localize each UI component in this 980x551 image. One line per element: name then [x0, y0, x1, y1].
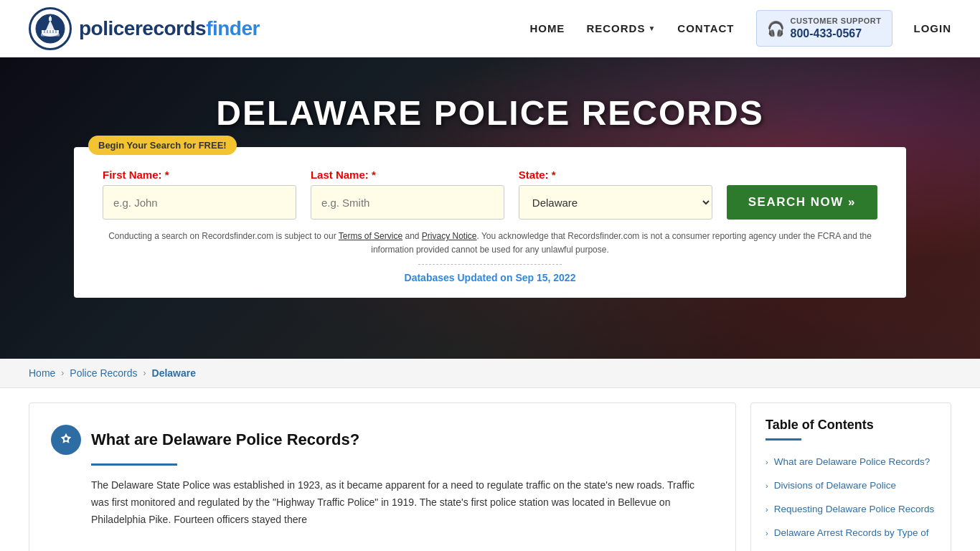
- last-name-label: Last Name: *: [311, 169, 504, 181]
- terms-link[interactable]: Terms of Service: [339, 231, 402, 241]
- hero-section: DELAWARE POLICE RECORDS Begin Your Searc…: [0, 57, 980, 359]
- nav-home[interactable]: HOME: [529, 22, 565, 34]
- last-name-field-group: Last Name: *: [311, 169, 504, 220]
- logo-circle-icon: [29, 7, 72, 50]
- logo-text: policerecordsfinder: [79, 17, 260, 40]
- toc-chevron-icon-2: ›: [765, 481, 768, 491]
- svg-rect-11: [41, 35, 60, 37]
- section-header: What are Delaware Police Records?: [51, 425, 714, 455]
- site-logo[interactable]: policerecordsfinder: [29, 7, 260, 50]
- free-search-badge: Begin Your Search for FREE!: [88, 136, 237, 155]
- toc-item-2[interactable]: › Divisions of Delaware Police: [765, 474, 936, 498]
- first-name-label: First Name: *: [103, 169, 296, 181]
- svg-rect-10: [41, 34, 60, 35]
- state-field-group: State: * Delaware Alabama Alaska Califor…: [519, 169, 712, 220]
- badge-icon: [51, 425, 81, 455]
- state-label: State: *: [519, 169, 712, 181]
- first-name-input[interactable]: [103, 185, 296, 220]
- last-name-input[interactable]: [311, 185, 504, 220]
- toc-item-4[interactable]: › Delaware Arrest Records by Type of: [765, 522, 936, 545]
- nav-records[interactable]: RECORDS ▼: [586, 22, 656, 34]
- page-title: DELAWARE POLICE RECORDS: [216, 93, 763, 133]
- svg-rect-4: [50, 16, 51, 18]
- nav-contact[interactable]: CONTACT: [677, 22, 734, 34]
- breadcrumb-police-records[interactable]: Police Records: [70, 367, 137, 379]
- db-updated-text: Databases Updated on Sep 15, 2022: [103, 272, 877, 283]
- svg-rect-8: [52, 30, 54, 33]
- divider: [418, 264, 562, 265]
- nav-login[interactable]: LOGIN: [914, 22, 952, 34]
- toc-chevron-icon-1: ›: [765, 457, 768, 468]
- support-info: CUSTOMER SUPPORT 800-433-0567: [791, 17, 882, 39]
- svg-rect-6: [47, 30, 48, 33]
- privacy-link[interactable]: Privacy Notice: [422, 231, 477, 241]
- toc-chevron-icon-3: ›: [765, 504, 768, 515]
- section-title: What are Delaware Police Records?: [91, 430, 359, 449]
- main-nav: HOME RECORDS ▼ CONTACT 🎧 CUSTOMER SUPPOR…: [529, 10, 951, 46]
- breadcrumb: Home › Police Records › Delaware: [0, 359, 980, 388]
- content-body: The Delaware State Police was establishe…: [91, 477, 714, 528]
- toc-item-3[interactable]: › Requesting Delaware Police Records: [765, 498, 936, 522]
- toc-chevron-icon-4: ›: [765, 528, 768, 539]
- svg-rect-5: [44, 30, 45, 33]
- svg-rect-9: [55, 30, 57, 33]
- disclaimer-text: Conducting a search on Recordsfinder.com…: [103, 230, 877, 257]
- customer-support-box[interactable]: 🎧 CUSTOMER SUPPORT 800-433-0567: [756, 10, 892, 46]
- headset-icon: 🎧: [767, 20, 785, 37]
- site-header: policerecordsfinder HOME RECORDS ▼ CONTA…: [0, 0, 980, 57]
- search-box: Begin Your Search for FREE! First Name: …: [74, 147, 906, 298]
- breadcrumb-home[interactable]: Home: [29, 367, 55, 379]
- breadcrumb-current: Delaware: [152, 367, 196, 379]
- breadcrumb-sep-2: ›: [143, 368, 146, 378]
- search-fields: First Name: * Last Name: * State: * D: [103, 169, 877, 220]
- first-name-field-group: First Name: *: [103, 169, 296, 220]
- table-of-contents: Table of Contents › What are Delaware Po…: [750, 402, 951, 551]
- chevron-down-icon: ▼: [648, 24, 656, 32]
- svg-point-12: [65, 437, 68, 441]
- section-underline: [91, 463, 177, 466]
- article-content: What are Delaware Police Records? The De…: [29, 402, 736, 551]
- toc-divider: [765, 438, 801, 441]
- toc-item-1[interactable]: › What are Delaware Police Records?: [765, 451, 936, 474]
- breadcrumb-sep-1: ›: [61, 368, 64, 378]
- state-select[interactable]: Delaware Alabama Alaska California Flori…: [519, 185, 712, 220]
- main-content: What are Delaware Police Records? The De…: [0, 388, 980, 551]
- svg-rect-7: [50, 30, 51, 33]
- toc-title: Table of Contents: [765, 418, 936, 433]
- search-button[interactable]: SEARCH NOW »: [727, 185, 877, 220]
